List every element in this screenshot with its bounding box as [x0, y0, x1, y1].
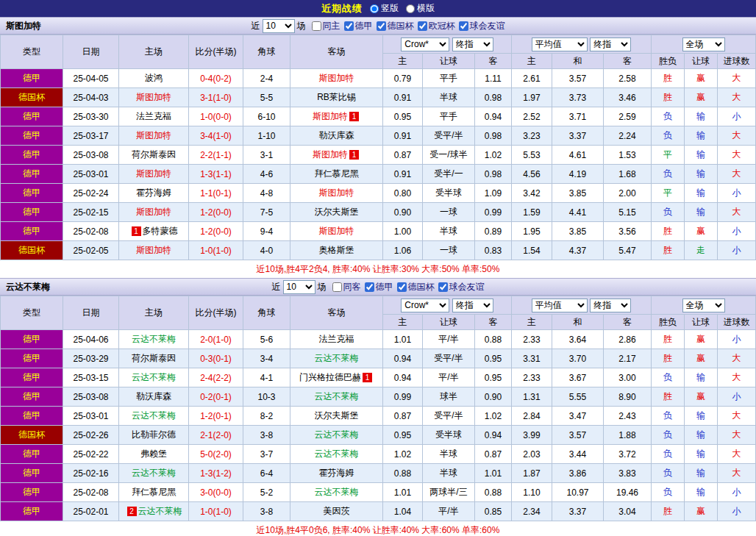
match-score[interactable]: 1-1(0-1)	[189, 184, 243, 203]
match-score[interactable]: 1-2(0-0)	[189, 203, 243, 222]
filter-checkbox[interactable]: 德甲	[344, 20, 373, 32]
filter-checkbox-input[interactable]	[418, 21, 427, 31]
filter-checkbox-input[interactable]	[312, 21, 321, 31]
away-team-cell[interactable]: 云达不莱梅	[290, 349, 383, 368]
match-score[interactable]: 2-4(2-2)	[189, 368, 243, 387]
away-team-cell[interactable]: 斯图加特	[290, 69, 383, 88]
filter-checkbox-input[interactable]	[377, 21, 386, 31]
away-team-cell[interactable]: 法兰克福	[290, 330, 383, 349]
away-team-cell[interactable]: 奥格斯堡	[290, 241, 383, 260]
away-team-cell[interactable]: 拜仁慕尼黑	[290, 165, 383, 184]
match-score[interactable]: 1-2(0-1)	[189, 407, 243, 426]
team-name-text[interactable]: 云达不莱梅	[132, 334, 176, 344]
home-team-cell[interactable]: 斯图加特	[119, 241, 189, 260]
team-name-text[interactable]: 斯图加特	[136, 92, 171, 102]
filter-checkbox-input[interactable]	[438, 282, 448, 292]
layout-option-vertical[interactable]: 竖版	[370, 2, 399, 15]
home-team-cell[interactable]: 荷尔斯泰因	[119, 349, 189, 368]
layout-option-horizontal[interactable]: 横版	[406, 2, 435, 15]
team-name-text[interactable]: 云达不莱梅	[132, 468, 176, 478]
team-name-text[interactable]: 云达不莱梅	[138, 506, 182, 516]
home-team-cell[interactable]: 斯图加特	[119, 126, 189, 146]
team-name-text[interactable]: 云达不莱梅	[315, 391, 359, 401]
away-team-cell[interactable]: 斯图加特1	[290, 146, 383, 165]
filter-checkbox-input[interactable]	[397, 282, 407, 292]
team-name-text[interactable]: 云达不莱梅	[132, 372, 176, 382]
filter-checkbox[interactable]: 球会友谊	[459, 20, 505, 32]
match-score[interactable]: 1-3(1-2)	[189, 464, 243, 483]
team-name-text[interactable]: 勒沃库森	[136, 391, 171, 401]
home-team-cell[interactable]: 2云达不莱梅	[119, 502, 189, 521]
team-name-text[interactable]: 比勒菲尔德	[132, 429, 176, 440]
home-team-cell[interactable]: 勒沃库森	[119, 387, 189, 407]
team-name-text[interactable]: 沃尔夫斯堡	[315, 207, 359, 217]
avg-odds-type-select[interactable]: 终指	[590, 299, 631, 312]
avg-odds-type-select[interactable]: 终指	[590, 37, 631, 51]
home-team-cell[interactable]: 斯图加特	[119, 203, 189, 222]
filter-checkbox[interactable]: 德甲	[365, 281, 393, 293]
away-team-cell[interactable]: 沃尔夫斯堡	[290, 407, 383, 426]
match-score[interactable]: 1-3(1-1)	[189, 165, 243, 184]
filter-checkbox[interactable]: 欧冠杯	[418, 20, 455, 32]
match-score[interactable]: 2-0(1-0)	[189, 330, 243, 349]
bookmaker-select[interactable]: Crow*	[401, 37, 449, 51]
match-score[interactable]: 1-0(1-0)	[189, 241, 243, 260]
team-name-text[interactable]: 斯图加特	[136, 245, 171, 255]
home-team-cell[interactable]: 云达不莱梅	[119, 368, 189, 387]
match-score[interactable]: 2-1(2-0)	[189, 426, 243, 445]
away-team-cell[interactable]: 云达不莱梅	[290, 387, 383, 407]
team-name-text[interactable]: 弗赖堡	[140, 449, 167, 459]
team-name-text[interactable]: 霍芬海姆	[136, 187, 171, 198]
home-team-cell[interactable]: 云达不莱梅	[119, 407, 189, 426]
team-name-text[interactable]: 云达不莱梅	[132, 410, 176, 421]
home-team-cell[interactable]: 拜仁慕尼黑	[119, 483, 189, 502]
avg-odds-select[interactable]: 平均值	[532, 299, 588, 312]
team-name-text[interactable]: 门兴格拉德巴赫	[299, 372, 361, 382]
away-team-cell[interactable]: 霍芬海姆	[290, 464, 383, 483]
avg-odds-select[interactable]: 平均值	[532, 37, 588, 51]
match-score[interactable]: 3-4(1-0)	[189, 126, 243, 146]
team-name-text[interactable]: 法兰克福	[136, 111, 171, 121]
away-team-cell[interactable]: 沃尔夫斯堡	[290, 203, 383, 222]
home-team-cell[interactable]: 云达不莱梅	[119, 464, 189, 483]
team-name-text[interactable]: 荷尔斯泰因	[132, 149, 176, 160]
bookmaker-odds-type-select[interactable]: 终指	[452, 299, 493, 312]
match-score[interactable]: 0-3(0-1)	[189, 349, 243, 368]
home-team-cell[interactable]: 斯图加特	[119, 165, 189, 184]
team-name-text[interactable]: 斯图加特	[313, 111, 348, 121]
away-team-cell[interactable]: 美因茨	[290, 502, 383, 521]
team-name-text[interactable]: 斯图加特	[319, 187, 354, 198]
filter-checkbox-input[interactable]	[365, 282, 374, 292]
away-team-cell[interactable]: 云达不莱梅	[290, 445, 383, 464]
team-name-text[interactable]: 斯图加特	[319, 226, 354, 236]
filter-checkbox[interactable]: 球会友谊	[438, 281, 485, 293]
team-name-text[interactable]: 云达不莱梅	[315, 487, 359, 497]
team-name-text[interactable]: 斯图加特	[136, 168, 171, 179]
team-name-text[interactable]: 斯图加特	[136, 130, 171, 140]
match-score[interactable]: 3-0(0-0)	[189, 483, 243, 502]
away-team-cell[interactable]: RB莱比锡	[290, 88, 383, 107]
filter-checkbox-input[interactable]	[344, 21, 354, 31]
team-name-text[interactable]: 斯图加特	[319, 73, 354, 83]
home-team-cell[interactable]: 云达不莱梅	[119, 330, 189, 349]
match-count-select[interactable]: 10	[283, 280, 315, 294]
filter-checkbox-input[interactable]	[332, 282, 342, 292]
match-score[interactable]: 3-1(1-0)	[189, 88, 243, 107]
bookmaker-odds-type-select[interactable]: 终指	[452, 37, 493, 51]
horizontal-layout-radio[interactable]	[406, 4, 415, 13]
scope-select[interactable]: 全场	[682, 299, 725, 312]
team-name-text[interactable]: 美因茨	[324, 506, 350, 516]
filter-checkbox[interactable]: 德国杯	[377, 20, 414, 32]
team-name-text[interactable]: 斯图加特	[313, 149, 348, 160]
team-name-text[interactable]: 云达不莱梅	[315, 353, 359, 363]
team-name-text[interactable]: 拜仁慕尼黑	[132, 487, 176, 497]
away-team-cell[interactable]: 斯图加特	[290, 222, 383, 241]
match-score[interactable]: 2-2(1-1)	[189, 146, 243, 165]
match-score[interactable]: 0-4(0-2)	[189, 69, 243, 88]
match-score[interactable]: 1-2(0-0)	[189, 222, 243, 241]
home-team-cell[interactable]: 1多特蒙德	[119, 222, 189, 241]
home-team-cell[interactable]: 比勒菲尔德	[119, 426, 189, 445]
team-name-text[interactable]: 勒沃库森	[319, 130, 354, 140]
team-name-text[interactable]: 奥格斯堡	[319, 245, 354, 255]
scope-select[interactable]: 全场	[682, 37, 725, 51]
